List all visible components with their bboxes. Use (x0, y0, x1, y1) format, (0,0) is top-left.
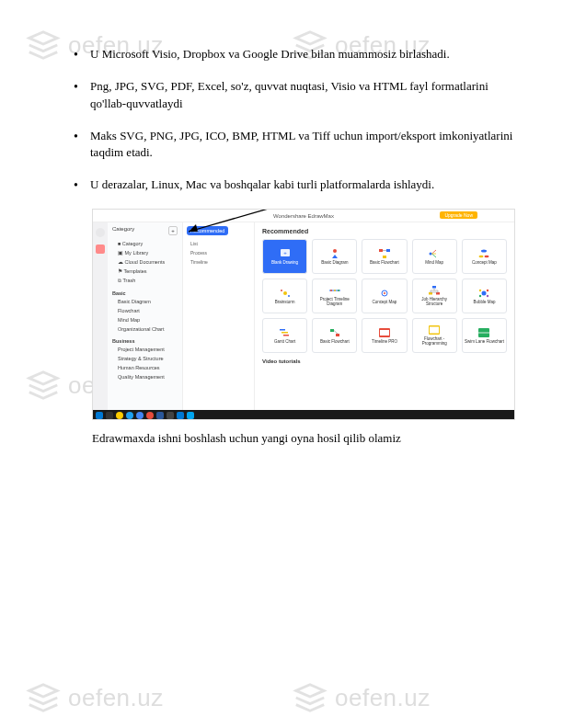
sidebar-item[interactable]: Basic Diagram (112, 297, 178, 306)
plus-icon: + (279, 248, 292, 259)
programming-icon (428, 324, 441, 336)
template-card[interactable]: Basic Flowchart (312, 318, 357, 353)
bullet-list: U Microsoft Visio, Dropbox va Google Dri… (74, 46, 517, 194)
taskbar-icon[interactable] (167, 412, 174, 419)
brainstorm-icon (279, 288, 292, 299)
svg-rect-43 (336, 334, 339, 336)
add-category-button[interactable]: + (168, 226, 178, 235)
template-card[interactable]: Brainstorm (262, 279, 307, 313)
card-label: Basic Flowchart (318, 340, 351, 345)
template-card[interactable]: Project Timeline Diagram (312, 279, 357, 313)
sidebar-item[interactable]: Organizational Chart (112, 324, 178, 334)
svg-rect-46 (380, 330, 389, 336)
card-label: Mind Map (423, 261, 445, 266)
svg-point-17 (283, 291, 287, 295)
sidebar-item[interactable]: Strategy & Structure (112, 354, 178, 363)
rail-icon[interactable] (96, 228, 105, 237)
template-card[interactable]: Concept Map (362, 279, 407, 313)
filter-item[interactable]: Process (187, 248, 250, 257)
category-sidebar: Category + ■ Category ▣ My Library ☁ Clo… (108, 222, 183, 410)
sidebar-item[interactable]: ■ Category (112, 239, 178, 248)
svg-point-16 (485, 255, 489, 257)
swimlane-icon (477, 327, 490, 338)
taskbar-icon[interactable] (126, 412, 133, 419)
template-card[interactable]: Mind Map (412, 239, 457, 274)
card-label: Job Hierarchy Structure (413, 298, 456, 307)
sidebar-item[interactable]: Flowchart (112, 306, 178, 315)
template-card[interactable]: Timeline PRO (362, 318, 407, 353)
template-card[interactable]: Bubble Map (462, 279, 507, 313)
stack-icon (293, 680, 327, 715)
taskbar-icon[interactable] (136, 412, 144, 419)
card-label: Swim Lane Flowchart (463, 340, 506, 345)
taskbar-icon[interactable] (146, 412, 154, 419)
rail-icon[interactable] (96, 245, 105, 254)
sidebar-item[interactable]: Human Resources (112, 363, 178, 372)
bullet-item: Maks SVG, PNG, JPG, ICO, BMP, HTML va Ti… (74, 128, 517, 163)
card-label: Project Timeline Diagram (313, 298, 356, 307)
sidebar-item[interactable]: ☁ Cloud Documents (112, 257, 178, 267)
sidebar-item[interactable]: ⧉ Trash (112, 276, 178, 286)
svg-rect-40 (282, 332, 288, 334)
svg-point-36 (487, 289, 488, 290)
taskbar-icon[interactable] (187, 412, 194, 419)
category-label: Category (112, 226, 134, 235)
timeline-icon (328, 285, 341, 296)
caption: Edrawmaxda ishni boshlash uchun yangi oy… (92, 431, 517, 446)
mindmap-icon (428, 248, 441, 259)
flowchart-icon (378, 248, 391, 259)
taskbar-icon[interactable] (177, 412, 184, 419)
template-card-blank[interactable]: + Blank Drawing (262, 239, 307, 274)
svg-rect-27 (429, 292, 432, 295)
svg-text:+: + (283, 250, 287, 256)
template-card[interactable]: Basic Diagram (312, 239, 357, 274)
template-card[interactable]: Flowchart - Programming (412, 318, 457, 353)
flowchart-icon (328, 327, 341, 338)
svg-point-38 (487, 294, 488, 296)
template-card[interactable]: Gantt Chart (262, 318, 307, 353)
left-rail (93, 222, 108, 410)
main-panel: Recommended + Blank Drawing Ba (255, 222, 514, 410)
svg-point-18 (281, 290, 282, 291)
word-icon[interactable] (156, 412, 164, 419)
sidebar-item[interactable]: ⚑ Templates (112, 267, 178, 276)
sidebar-item[interactable]: Project Management (112, 345, 178, 354)
svg-rect-8 (383, 256, 386, 258)
svg-line-44 (334, 330, 338, 334)
sidebar-item[interactable]: Mind Map (112, 315, 178, 324)
svg-line-13 (432, 254, 437, 257)
card-label: Concept Map (371, 301, 399, 305)
filter-item[interactable]: List (187, 239, 250, 248)
card-label: Blank Drawing (270, 261, 300, 266)
stack-icon (26, 680, 61, 715)
template-card[interactable]: Concept Map (462, 239, 507, 274)
svg-rect-7 (386, 249, 390, 252)
edrawmax-screenshot: Wondershare EdrawMax Upgrade Now Categor… (92, 209, 515, 420)
template-card[interactable]: Job Hierarchy Structure (412, 279, 457, 313)
watermark-text: oefen.uz (68, 684, 164, 712)
card-label: Timeline PRO (370, 340, 399, 345)
timeline-pro-icon (378, 327, 391, 338)
sidebar-item[interactable]: ▣ My Library (112, 248, 178, 257)
svg-point-4 (333, 249, 337, 253)
svg-point-22 (334, 290, 336, 291)
filter-item[interactable]: Timeline (187, 257, 250, 267)
card-label: Basic Flowchart (368, 261, 401, 266)
upgrade-button[interactable]: Upgrade Now (440, 211, 477, 219)
taskbar-icon[interactable] (106, 412, 113, 419)
svg-point-10 (430, 252, 432, 255)
sidebar-section-title: Basic (112, 288, 178, 297)
card-label: Basic Diagram (319, 261, 350, 266)
svg-rect-39 (280, 329, 285, 331)
recommended-pill[interactable]: Recommended (187, 226, 228, 235)
chrome-icon[interactable] (116, 412, 123, 419)
card-label: Flowchart - Programming (413, 337, 456, 347)
main-title: Recommended (262, 228, 507, 234)
sidebar-item[interactable]: Quality Management (112, 372, 178, 381)
template-card[interactable]: Basic Flowchart (362, 239, 407, 274)
template-card[interactable]: Swim Lane Flowchart (462, 318, 507, 353)
bullet-item: Png, JPG, SVG, PDF, Excel, so'z, quvvat … (74, 78, 517, 113)
svg-point-19 (288, 295, 290, 297)
svg-line-11 (432, 250, 437, 254)
start-icon[interactable] (96, 412, 103, 419)
